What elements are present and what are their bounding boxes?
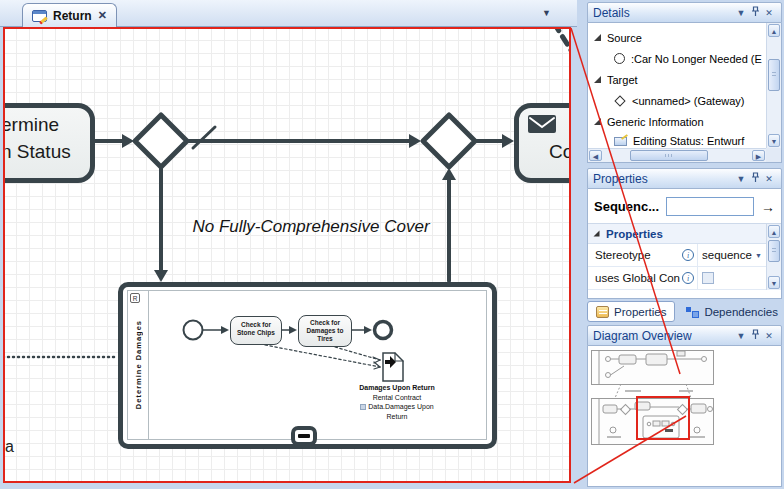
dropdown-arrow-icon[interactable]: ▼	[755, 252, 762, 259]
scroll-up-button[interactable]: ▲	[768, 225, 780, 238]
details-menu-icon[interactable]: ▼	[734, 8, 748, 18]
scroll-down-button[interactable]: ▼	[768, 134, 780, 147]
grid-row-stereotype[interactable]: Stereotype i sequence ▼	[588, 244, 766, 267]
properties-panel: Properties ▼ ✕ Sequenc... → Properties	[587, 168, 782, 299]
sub-flow-3[interactable]	[352, 326, 372, 334]
sub-start-event[interactable]	[184, 321, 203, 340]
tree-item-target[interactable]: <unnamed> (Gateway)	[594, 90, 765, 111]
data-object[interactable]	[383, 353, 403, 381]
sub-flow-2[interactable]	[282, 326, 297, 334]
gateway-1[interactable]	[135, 115, 187, 167]
diagram-edit-icon	[32, 10, 47, 22]
data-association-1[interactable]	[265, 345, 380, 369]
tab-overflow-icon[interactable]: ▼	[542, 8, 551, 18]
tree-item-source[interactable]: :Car No Longer Needed (E	[594, 48, 765, 69]
sequence-flow-3[interactable]	[475, 134, 514, 148]
event-circle-icon	[614, 53, 625, 64]
properties-menu-icon[interactable]: ▼	[734, 174, 748, 184]
details-header[interactable]: Details ▼ ✕	[587, 2, 782, 23]
scrollbar-corner	[766, 148, 781, 162]
dependencies-tab-icon	[686, 306, 699, 318]
info-icon[interactable]: i	[682, 249, 694, 261]
overview-thumbnail[interactable]	[591, 350, 751, 450]
tab-dependencies[interactable]: Dependencies	[678, 301, 784, 322]
sequence-flow-2[interactable]	[187, 134, 421, 148]
editing-status-icon	[614, 137, 627, 146]
tree-section-target[interactable]: Target	[594, 69, 765, 90]
name-input[interactable]	[666, 197, 754, 216]
sequence-flow-up[interactable]	[442, 168, 456, 281]
tree-section-source[interactable]: Source	[594, 27, 765, 48]
scroll-up-button[interactable]: ▲	[768, 24, 780, 37]
grid-section-properties[interactable]: Properties	[588, 224, 766, 244]
properties-title: Properties	[593, 172, 734, 186]
overview-close-icon[interactable]: ✕	[762, 331, 776, 341]
grid-row-uses-global[interactable]: uses Global Con i	[588, 267, 766, 290]
tab-close-icon[interactable]: ✕	[98, 9, 107, 22]
gateway-diamond-icon	[614, 95, 625, 106]
tab-return[interactable]: Return ✕	[22, 3, 117, 27]
properties-grid: Properties Stereotype i sequence ▼	[588, 223, 781, 290]
expander-icon[interactable]	[594, 76, 601, 83]
properties-close-icon[interactable]: ✕	[762, 174, 776, 184]
details-pin-icon[interactable]	[748, 6, 762, 19]
scroll-thumb[interactable]	[630, 150, 708, 161]
scroll-down-button[interactable]: ▼	[768, 276, 780, 289]
properties-content: Sequenc... → Properties Stereotype	[587, 189, 782, 299]
gateway-2[interactable]	[423, 115, 475, 167]
info-icon[interactable]: i	[682, 272, 694, 284]
properties-header[interactable]: Properties ▼ ✕	[587, 168, 782, 189]
message-flow-clipped[interactable]	[554, 27, 571, 63]
details-panel: Details ▼ ✕ Source :Car No Longer Needed…	[587, 2, 782, 163]
expander-icon[interactable]	[594, 34, 601, 41]
overview-title: Diagram Overview	[593, 329, 734, 343]
details-close-icon[interactable]: ✕	[762, 8, 776, 18]
overview-pin-icon[interactable]	[748, 329, 762, 342]
editor-area: Return ✕ ▼	[0, 0, 577, 485]
overview-menu-icon[interactable]: ▼	[734, 331, 748, 341]
expander-icon[interactable]	[594, 231, 600, 237]
data-association-2[interactable]	[335, 347, 380, 363]
default-flow-marker	[193, 127, 215, 148]
stereotype-dropdown[interactable]: sequence ▼	[698, 244, 766, 266]
expander-icon[interactable]	[594, 118, 601, 125]
dock-panels: Details ▼ ✕ Source :Car No Longer Needed…	[585, 0, 784, 489]
tree-section-generic[interactable]: Generic Information	[594, 111, 765, 132]
diagram-canvas[interactable]: ermine n Status Co No Fully-Comprehensiv…	[3, 27, 571, 483]
name-field-label: Sequenc...	[594, 199, 659, 214]
sequence-flow-1[interactable]	[95, 134, 134, 148]
document-tab-bar: Return ✕ ▼	[0, 0, 577, 27]
details-content: Source :Car No Longer Needed (E Target <…	[587, 23, 782, 163]
details-tree: Source :Car No Longer Needed (E Target <…	[588, 23, 765, 150]
properties-pin-icon[interactable]	[748, 172, 762, 185]
scroll-left-button[interactable]: ◀	[589, 150, 602, 161]
sequence-flow-down[interactable]	[154, 167, 168, 282]
overview-header[interactable]: Diagram Overview ▼ ✕	[587, 325, 782, 346]
navigate-arrow-icon[interactable]: →	[761, 199, 775, 215]
sub-flow-1[interactable]	[203, 326, 229, 334]
bpmn-diagram-svg	[3, 27, 571, 483]
scroll-right-button[interactable]: ▶	[752, 150, 765, 161]
application-window: Return ✕ ▼	[0, 0, 784, 489]
sub-end-event[interactable]	[375, 322, 392, 339]
overview-content[interactable]	[587, 346, 782, 487]
panel-tab-strip: Properties Dependencies	[587, 299, 784, 322]
element-name-row: Sequenc... →	[588, 189, 781, 223]
uses-global-checkbox[interactable]	[702, 272, 714, 284]
scroll-thumb[interactable]	[768, 240, 780, 262]
tab-label: Return	[53, 9, 92, 23]
grid-vscrollbar[interactable]: ▲ ▼	[766, 224, 781, 290]
tab-properties[interactable]: Properties	[587, 301, 675, 322]
message-envelope-icon	[528, 115, 556, 133]
scroll-thumb[interactable]	[768, 59, 780, 91]
details-title: Details	[593, 6, 734, 20]
properties-tab-icon	[596, 306, 609, 318]
overview-panel: Diagram Overview ▼ ✕	[587, 325, 782, 487]
details-hscrollbar[interactable]: ◀ ▶	[588, 148, 766, 162]
details-vscrollbar[interactable]: ▲ ▼	[766, 23, 781, 148]
